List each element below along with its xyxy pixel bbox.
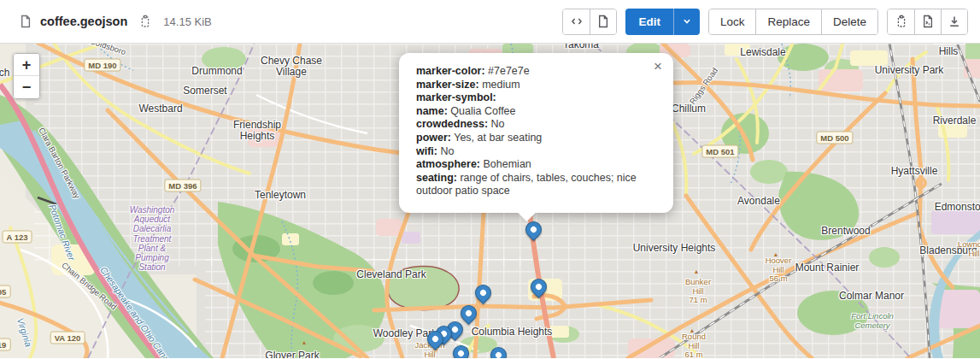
file-actions-group: Lock Replace Delete — [708, 9, 878, 35]
popup-field: name: Qualia Coffee — [416, 105, 658, 119]
popup-field: seating: range of chairs, tables, couche… — [416, 172, 658, 198]
copy-path-button[interactable] — [138, 15, 152, 28]
zoom-in-button[interactable]: + — [14, 54, 39, 76]
chevron-down-icon — [681, 15, 693, 27]
file-name: coffee.geojson — [40, 15, 127, 28]
download-button[interactable] — [941, 9, 967, 34]
code-view-button[interactable] — [563, 9, 590, 34]
popup-close-button[interactable]: × — [652, 57, 664, 75]
open-raw-button[interactable] — [914, 9, 941, 34]
clipboard-icon — [895, 15, 908, 28]
rendered-view-button[interactable] — [590, 9, 616, 34]
edit-button[interactable]: Edit — [625, 9, 673, 35]
zoom-out-button[interactable]: − — [14, 76, 39, 98]
feature-popup: × marker-color: #7e7e7emarker-size: medi… — [399, 53, 673, 213]
popup-field: atmosphere: Bohemian — [416, 158, 658, 172]
file-size: 14.15 KiB — [163, 15, 211, 28]
popup-field: marker-color: #7e7e7e — [416, 65, 658, 79]
popup-fields: marker-color: #7e7e7emarker-size: medium… — [416, 65, 658, 198]
popup-field: wifi: No — [416, 145, 658, 159]
popup-field: crowdedness: No — [416, 118, 658, 132]
file-code-icon — [921, 15, 935, 28]
geojson-file-viewer: coffee.geojson 14.15 KiB — [0, 0, 980, 359]
popup-field: marker-size: medium — [416, 79, 658, 92]
zoom-control: + − — [13, 53, 40, 99]
document-icon — [596, 15, 610, 28]
file-header: coffee.geojson 14.15 KiB — [0, 0, 980, 44]
view-toggle-group — [562, 9, 617, 35]
map-viewport[interactable]: TakomaLewisdaleCalvert HillsUniversity P… — [0, 44, 980, 358]
download-icon — [948, 15, 961, 28]
file-icon — [19, 15, 32, 28]
delete-button[interactable]: Delete — [821, 9, 877, 34]
code-icon — [570, 15, 584, 28]
edit-split-button: Edit — [625, 9, 700, 35]
file-utility-group — [887, 9, 968, 35]
edit-dropdown-button[interactable] — [673, 9, 700, 35]
popup-field: marker-symbol: — [416, 91, 658, 105]
replace-button[interactable]: Replace — [755, 9, 821, 34]
clipboard-icon — [138, 15, 152, 28]
copy-contents-button[interactable] — [888, 9, 914, 34]
lock-button[interactable]: Lock — [709, 9, 756, 34]
popup-field: power: Yes, at bar seating — [416, 132, 658, 145]
